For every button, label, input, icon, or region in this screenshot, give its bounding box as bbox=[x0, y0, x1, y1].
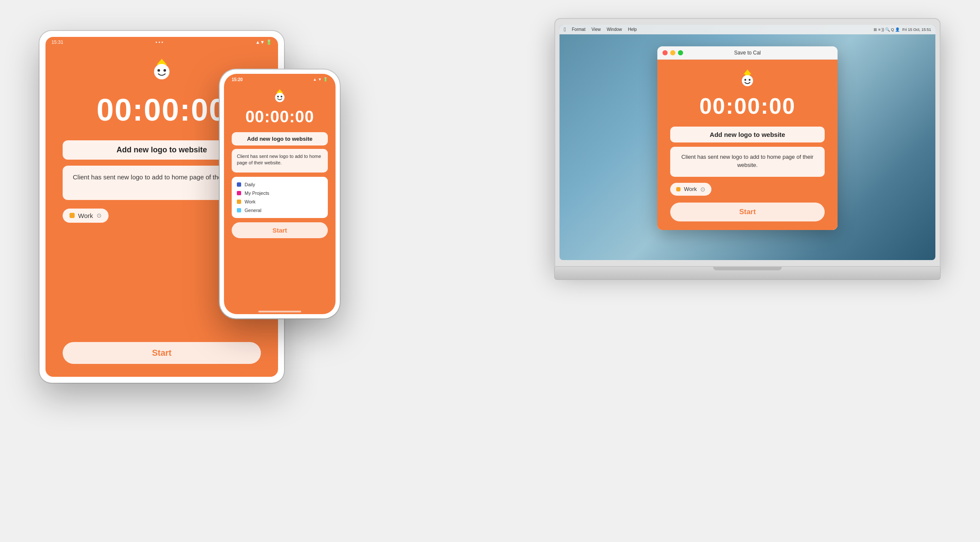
menubar-icons: ⊞ ≡ )) 🔍 Q 👤 bbox=[874, 27, 900, 32]
window-titlebar: Save to Cal bbox=[657, 46, 838, 60]
phone-home-indicator bbox=[258, 311, 301, 312]
tablet-status-icons: ▲▼ 🔋 bbox=[255, 39, 272, 45]
dropdown-item-general[interactable]: General bbox=[237, 206, 323, 215]
svg-point-7 bbox=[281, 96, 282, 97]
laptop-base bbox=[554, 267, 941, 280]
svg-point-5 bbox=[275, 93, 284, 102]
phone-task-title: Add new logo to website bbox=[232, 132, 328, 145]
laptop-menubar:  Format View Window Help ⊞ ≡ )) 🔍 Q 👤 F… bbox=[560, 25, 935, 34]
window-app-logo bbox=[738, 68, 757, 87]
svg-point-1 bbox=[154, 64, 169, 79]
window-start-button[interactable]: Start bbox=[670, 203, 825, 221]
svg-point-10 bbox=[744, 79, 746, 80]
phone-app-logo bbox=[272, 88, 287, 103]
laptop-app-window: Save to Cal bbox=[657, 46, 838, 230]
phone-status-bar: 15:20 ▲▼🔋 bbox=[224, 74, 336, 84]
dropdown-label-general: General bbox=[245, 208, 261, 213]
menubar-window[interactable]: Window bbox=[607, 27, 622, 32]
tablet-status-dots: • • • bbox=[156, 39, 163, 45]
apple-menu[interactable]:  bbox=[564, 26, 566, 33]
window-close-button[interactable] bbox=[662, 50, 668, 55]
menubar-format[interactable]: Format bbox=[572, 27, 586, 32]
window-task-title: Add new logo to website bbox=[670, 127, 825, 142]
laptop-notch bbox=[713, 267, 782, 270]
dropdown-label-daily: Daily bbox=[245, 182, 255, 187]
svg-point-11 bbox=[749, 79, 750, 80]
phone-status-icons: ▲▼🔋 bbox=[313, 77, 328, 82]
tablet-category-dot bbox=[70, 213, 75, 218]
tablet-category-label: Work bbox=[78, 212, 93, 219]
tablet-category-check: ⊙ bbox=[97, 212, 102, 219]
phone-device: 15:20 ▲▼🔋 00:00:00 Add n bbox=[220, 70, 340, 318]
tablet-status-bar: 15:31 • • • ▲▼ 🔋 bbox=[45, 37, 278, 48]
window-task-desc: Client has sent new logo to add to home … bbox=[670, 147, 825, 177]
scene: 15:31 • • • ▲▼ 🔋 bbox=[39, 18, 941, 524]
window-category-pill[interactable]: Work ⊙ bbox=[670, 183, 711, 196]
menubar-help[interactable]: Help bbox=[628, 27, 637, 32]
dropdown-item-daily[interactable]: Daily bbox=[237, 180, 323, 189]
dropdown-dot-myprojects bbox=[237, 191, 241, 195]
window-controls bbox=[662, 50, 683, 55]
svg-point-9 bbox=[742, 75, 753, 86]
dropdown-label-work: Work bbox=[245, 199, 255, 204]
app-logo bbox=[149, 56, 175, 82]
window-category-check: ⊙ bbox=[700, 186, 705, 193]
phone-time: 15:20 bbox=[232, 77, 243, 82]
svg-point-3 bbox=[163, 69, 166, 72]
dropdown-label-myprojects: My Projects bbox=[245, 191, 269, 196]
svg-point-2 bbox=[157, 69, 160, 72]
phone-start-button[interactable]: Start bbox=[232, 222, 328, 238]
window-timer: 00:00:00 bbox=[699, 93, 795, 119]
dropdown-item-work[interactable]: Work bbox=[237, 197, 323, 206]
dropdown-dot-work bbox=[237, 200, 241, 204]
tablet-timer: 00:00:00 bbox=[97, 92, 227, 127]
window-category-label: Work bbox=[684, 186, 697, 192]
phone-timer: 00:00:00 bbox=[245, 108, 314, 126]
svg-point-6 bbox=[277, 96, 279, 97]
dropdown-dot-daily bbox=[237, 182, 241, 187]
phone-category-dropdown[interactable]: Daily My Projects Work General bbox=[232, 177, 328, 218]
window-maximize-button[interactable] bbox=[678, 50, 683, 55]
window-minimize-button[interactable] bbox=[670, 50, 675, 55]
tablet-category-pill[interactable]: Work ⊙ bbox=[63, 209, 109, 223]
dropdown-dot-general bbox=[237, 208, 241, 212]
laptop-device:  Format View Window Help ⊞ ≡ )) 🔍 Q 👤 F… bbox=[554, 18, 941, 297]
phone-task-desc: Client has sent new logo to add to home … bbox=[232, 149, 328, 173]
tablet-start-button[interactable]: Start bbox=[63, 342, 261, 364]
menubar-view[interactable]: View bbox=[591, 27, 601, 32]
window-title: Save to Cal bbox=[734, 50, 761, 56]
dropdown-item-myprojects[interactable]: My Projects bbox=[237, 189, 323, 197]
tablet-time: 15:31 bbox=[51, 39, 64, 45]
menubar-time: Fri 15 Oct, 15:51 bbox=[902, 27, 931, 32]
window-category-dot bbox=[676, 187, 681, 191]
